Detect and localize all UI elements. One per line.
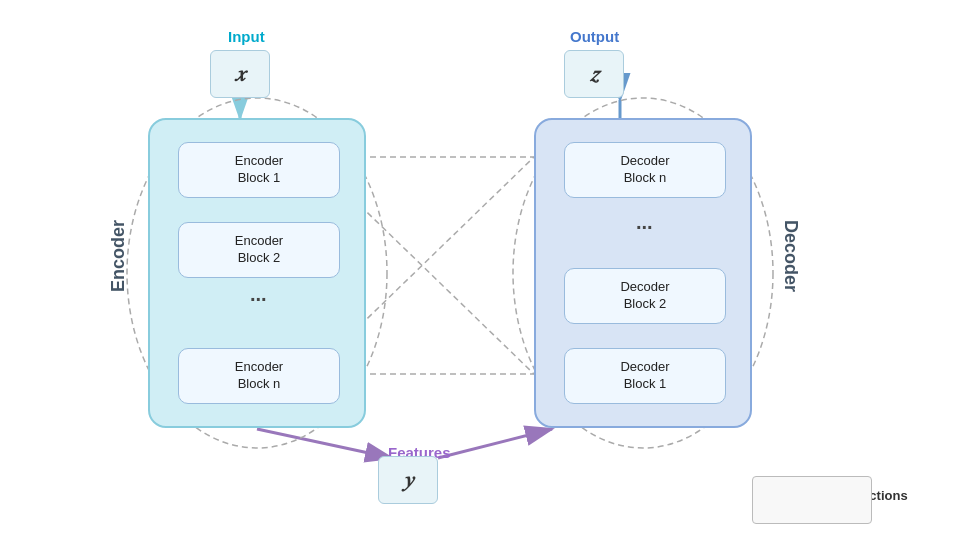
decoder-block-2-label: DecoderBlock 2 [620, 279, 669, 313]
encoder-block-2-label: EncoderBlock 2 [235, 233, 283, 267]
arrows-overlay [0, 0, 960, 540]
encoder-block-n: EncoderBlock n [178, 348, 340, 404]
encoder-block-n-label: EncoderBlock n [235, 359, 283, 393]
decoder-block-1: DecoderBlock 1 [564, 348, 726, 404]
encoder-block-2: EncoderBlock 2 [178, 222, 340, 278]
svg-line-8 [257, 429, 392, 458]
encoder-dots: ··· [250, 288, 267, 311]
decoder-outer: DecoderBlock n ··· DecoderBlock 2 Decode… [534, 118, 752, 428]
decoder-block-1-label: DecoderBlock 1 [620, 359, 669, 393]
decoder-dots: ··· [636, 216, 653, 239]
encoder-outer: EncoderBlock 1 EncoderBlock 2 ··· Encode… [148, 118, 366, 428]
diagram-container: Input 𝑥 Output 𝑧 Features 𝑦 EncoderBlock… [0, 0, 960, 540]
encoder-side-label: Encoder [108, 220, 129, 292]
encoder-block-1: EncoderBlock 1 [178, 142, 340, 198]
decoder-block-2: DecoderBlock 2 [564, 268, 726, 324]
decoder-block-n-label: DecoderBlock n [620, 153, 669, 187]
input-label: Input [228, 28, 265, 45]
input-symbol-box: 𝑥 [210, 50, 270, 98]
features-symbol: 𝑦 [403, 467, 413, 493]
decoder-block-n: DecoderBlock n [564, 142, 726, 198]
output-label: Output [570, 28, 619, 45]
features-symbol-box: 𝑦 [378, 456, 438, 504]
output-symbol-box: 𝑧 [564, 50, 624, 98]
input-symbol: 𝑥 [235, 61, 245, 87]
svg-line-9 [438, 429, 552, 458]
encoder-block-1-label: EncoderBlock 1 [235, 153, 283, 187]
skip-connections-legend-box [752, 476, 872, 524]
output-symbol: 𝑧 [590, 61, 599, 87]
decoder-side-label: Decoder [780, 220, 801, 292]
